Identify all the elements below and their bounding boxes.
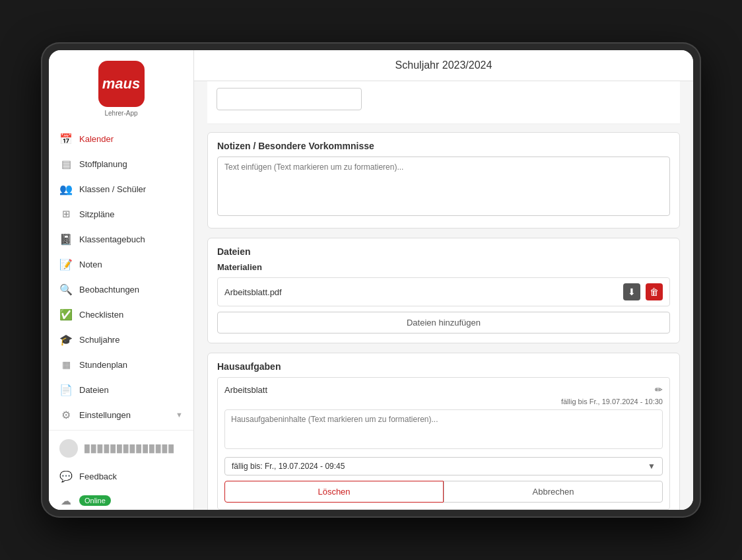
dateien-icon: 📄: [59, 383, 73, 396]
sidebar-item-klassentagebuch[interactable]: 📓 Klassentagebuch: [49, 227, 193, 252]
sitzplaene-icon: ⊞: [59, 207, 73, 221]
top-input-wrapper: [207, 81, 680, 124]
stundenplan-icon: ▦: [59, 358, 73, 371]
einstellungen-arrow-icon: ▼: [176, 411, 183, 419]
main-content: Schuljahr 2023/2024 Notizen / Besondere …: [194, 50, 693, 510]
download-button[interactable]: ⬇: [623, 283, 640, 300]
notizen-textarea[interactable]: [217, 157, 670, 216]
sidebar-item-feedback[interactable]: 💬 Feedback: [49, 464, 193, 489]
delete-file-button[interactable]: 🗑: [646, 283, 663, 300]
sidebar: maus Lehrer-App 📅 Kalender ▤ Stoffplanun…: [49, 50, 194, 510]
sidebar-navigation: 📅 Kalender ▤ Stoffplanung 👥 Klassen / Sc…: [49, 123, 193, 510]
einstellungen-icon: ⚙: [59, 408, 73, 421]
sidebar-label-feedback: Feedback: [79, 472, 183, 481]
sidebar-divider: [49, 430, 193, 431]
sidebar-item-stundenplan[interactable]: ▦ Stundenplan: [49, 352, 193, 377]
schuljahre-icon: 🎓: [59, 333, 73, 346]
beobachtungen-icon: 🔍: [59, 283, 73, 296]
sidebar-item-checklisten[interactable]: ✅ Checklisten: [49, 302, 193, 327]
hausaufgaben-item: Arbeitsblatt ✏ fällig bis Fr., 19.07.202…: [217, 377, 670, 510]
materialien-title: Materialien: [217, 262, 670, 272]
sidebar-item-dateien[interactable]: 📄 Dateien: [49, 377, 193, 402]
sidebar-item-einstellungen[interactable]: ⚙ Einstellungen ▼: [49, 402, 193, 427]
dateien-section: Dateien Materialien Arbeitsblatt.pdf ⬇ 🗑…: [207, 238, 680, 343]
avatar: [59, 439, 78, 458]
app-label: Lehrer-App: [104, 110, 137, 117]
header-title: Schuljahr 2023/2024: [395, 59, 492, 71]
app-logo: maus: [98, 61, 145, 107]
main-body: Notizen / Besondere Vorkommnisse Dateien…: [194, 81, 693, 510]
ha-date-selector[interactable]: fällig bis: Fr., 19.07.2024 - 09:45 ▼: [224, 457, 663, 475]
stoffplanung-icon: ▤: [59, 157, 73, 170]
sidebar-label-stoffplanung: Stoffplanung: [79, 159, 183, 169]
ha-edit-button[interactable]: ✏: [655, 384, 663, 395]
sidebar-label-beobachtungen: Beobachtungen: [79, 285, 183, 295]
hausaufgaben-section: Hausaufgaben Arbeitsblatt ✏ fällig bis F…: [207, 353, 680, 510]
notizen-section: Notizen / Besondere Vorkommnisse: [207, 132, 680, 228]
ha-content-textarea[interactable]: [224, 409, 663, 449]
abbrechen-button[interactable]: Abbrechen: [444, 481, 663, 503]
sidebar-item-sitzplaene[interactable]: ⊞ Sitzpläne: [49, 201, 193, 227]
ha-item-title: Arbeitsblatt: [224, 385, 267, 395]
sidebar-label-klassentagebuch: Klassentagebuch: [79, 234, 183, 244]
ha-due-date: fällig bis Fr., 19.07.2024 - 10:30: [224, 398, 663, 405]
sidebar-item-schuljahre[interactable]: 🎓 Schuljahre: [49, 327, 193, 352]
feedback-icon: 💬: [59, 470, 73, 483]
sidebar-label-einstellungen: Einstellungen: [79, 410, 169, 420]
sidebar-item-online: ☁ Online: [49, 489, 193, 510]
tablet-frame: maus Lehrer-App 📅 Kalender ▤ Stoffplanun…: [41, 42, 701, 518]
sidebar-item-beobachtungen[interactable]: 🔍 Beobachtungen: [49, 277, 193, 302]
sidebar-label-kalender: Kalender: [79, 134, 183, 144]
user-profile[interactable]: ██████████████: [49, 433, 193, 464]
tablet-screen: maus Lehrer-App 📅 Kalender ▤ Stoffplanun…: [49, 50, 693, 510]
ha-date-value: fällig bis: Fr., 19.07.2024 - 09:45: [232, 462, 345, 471]
page-header: Schuljahr 2023/2024: [194, 50, 693, 81]
online-cloud-icon: ☁: [59, 494, 73, 507]
loeschen-button[interactable]: Löschen: [224, 481, 444, 503]
username-label: ██████████████: [84, 444, 175, 452]
klassentagebuch-icon: 📓: [59, 232, 73, 246]
hausaufgaben-title: Hausaufgaben: [208, 353, 679, 377]
sidebar-label-dateien: Dateien: [79, 385, 183, 395]
sidebar-item-stoffplanung[interactable]: ▤ Stoffplanung: [49, 151, 193, 176]
sidebar-item-noten[interactable]: 📝 Noten: [49, 252, 193, 277]
sidebar-item-kalender[interactable]: 📅 Kalender: [49, 126, 193, 151]
klassen-icon: 👥: [59, 182, 73, 195]
sidebar-label-schuljahre: Schuljahre: [79, 335, 183, 345]
file-name-label: Arbeitsblatt.pdf: [224, 287, 282, 297]
sidebar-label-sitzplaene: Sitzpläne: [79, 209, 183, 219]
sidebar-label-stundenplan: Stundenplan: [79, 360, 183, 370]
add-files-button[interactable]: Dateien hinzufügen: [217, 312, 670, 333]
sidebar-logo: maus Lehrer-App: [49, 50, 193, 123]
notizen-title: Notizen / Besondere Vorkommnisse: [208, 133, 679, 157]
sidebar-label-noten: Noten: [79, 260, 183, 269]
online-badge: Online: [79, 495, 111, 506]
dateien-title: Dateien: [208, 238, 679, 262]
sidebar-label-klassen: Klassen / Schüler: [79, 184, 183, 194]
kalender-icon: 📅: [59, 132, 73, 145]
file-item: Arbeitsblatt.pdf ⬇ 🗑: [217, 277, 670, 306]
checklisten-icon: ✅: [59, 308, 73, 321]
noten-icon: 📝: [59, 258, 73, 271]
sidebar-label-checklisten: Checklisten: [79, 310, 183, 320]
top-input-field[interactable]: [217, 88, 362, 110]
chevron-down-icon: ▼: [648, 462, 656, 471]
sidebar-item-klassen[interactable]: 👥 Klassen / Schüler: [49, 176, 193, 201]
